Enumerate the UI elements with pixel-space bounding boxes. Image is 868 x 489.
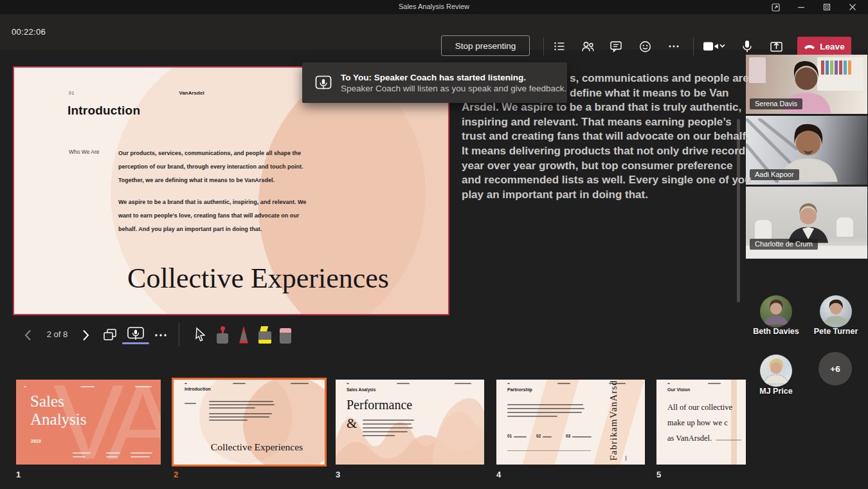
pen-tool-button[interactable] — [235, 325, 253, 344]
share-button[interactable] — [765, 36, 787, 57]
slide-paragraph: We aspire to be a brand that is authenti… — [118, 196, 319, 236]
more-presenter-tools-button[interactable] — [150, 327, 171, 344]
minimize-icon — [797, 3, 805, 11]
participant-silhouette — [760, 355, 792, 387]
background-chair — [836, 217, 853, 237]
previous-slide-button[interactable] — [19, 327, 36, 344]
thumbnail-decor-stripe — [731, 380, 737, 465]
thumbnail-divider — [507, 450, 591, 451]
share-icon — [769, 39, 784, 54]
speaker-coach-toast[interactable]: To You: Speaker Coach has started listen… — [302, 62, 567, 103]
eraser-tool-button[interactable] — [276, 325, 294, 344]
teams-meeting-window: Sales Analysis Review 00:22:06 Stop pres… — [0, 0, 868, 489]
thumbnail-number: 1 — [16, 470, 21, 479]
notes-line: inspiring and relevant. That means earni… — [462, 115, 734, 130]
slide-thumbnail-3[interactable]: Sales Analysis Performance & — [336, 380, 484, 465]
avatar-beth-davies[interactable] — [760, 295, 792, 328]
thumbnail-list-item: 01 — [507, 434, 512, 438]
thumbnail-year: 2019 — [31, 439, 41, 443]
thumbnail-number: 4 — [496, 470, 501, 479]
minimize-button[interactable] — [788, 0, 814, 14]
thumbnail-decor-stripe — [516, 380, 583, 465]
overflow-count-label: +6 — [830, 364, 840, 374]
presented-slide[interactable]: 01 VanArsdel Introduction Who We Are Our… — [13, 66, 449, 315]
close-button[interactable] — [840, 0, 865, 14]
slide-thumbnail-1[interactable]: VA Sales Analysis 2019 — [16, 380, 161, 465]
thumbnail-wave-shapes — [336, 380, 484, 465]
highlighter-icon — [258, 326, 271, 344]
slide-thumbnail-5[interactable]: Our Vision All of our collective make up… — [656, 380, 746, 465]
stop-presenting-button[interactable]: Stop presenting — [441, 35, 530, 56]
leave-button[interactable]: Leave — [797, 37, 851, 56]
notes-line: It means delivering products that not on… — [462, 144, 734, 159]
slide-thumbnail-4[interactable]: Partnership 01 02 03 Fabrikam – VanArsde… — [496, 380, 645, 465]
speaker-coach-active-indicator — [122, 342, 149, 344]
speaker-coach-button[interactable] — [123, 324, 148, 344]
thumbnail-title: Collective Experiences — [211, 441, 303, 453]
camera-icon — [703, 40, 725, 53]
toolbar-divider — [543, 37, 544, 55]
more-icon — [667, 39, 681, 53]
slide-brand-logo: VanArsdel — [179, 90, 204, 96]
slide-heading: Introduction — [68, 104, 140, 118]
thumbnail-number: 3 — [336, 470, 340, 479]
camera-button[interactable] — [700, 36, 728, 57]
eraser-icon — [279, 326, 292, 344]
more-options-button[interactable] — [663, 36, 685, 57]
avatar-pete-turner[interactable] — [820, 295, 852, 328]
show-participants-button[interactable] — [577, 36, 599, 57]
slide-section-label: Who We Are — [69, 149, 100, 155]
meeting-toolbar: 00:22:06 Stop presenting Leav — [0, 14, 868, 50]
slide-paragraph: Our products, services, communications, … — [118, 147, 319, 187]
participant-silhouette — [820, 295, 852, 328]
avatar-mj-price[interactable] — [760, 355, 792, 387]
thumbnail-title-ampersand: & — [347, 416, 357, 432]
speaker-coach-icon — [314, 74, 332, 92]
mic-button[interactable] — [736, 36, 758, 57]
video-tile-serena-davis[interactable]: Serena Davis — [746, 55, 867, 114]
next-slide-button[interactable] — [77, 327, 94, 344]
slide-thumbnail-2-selected[interactable]: Introduction Collective Experiences — [172, 378, 327, 466]
highlighter-tool-button[interactable] — [255, 325, 275, 344]
maximize-button[interactable] — [814, 0, 840, 14]
video-tile-charlotte-de-crum[interactable]: Charlotte de Crum — [746, 187, 867, 259]
controls-divider — [179, 323, 179, 346]
notes-line: trust and creating fans that will advoca… — [462, 129, 734, 144]
window-title: Sales Analysis Review — [0, 3, 868, 10]
thumbnail-number-selected: 2 — [174, 470, 178, 479]
popout-button[interactable] — [763, 0, 788, 14]
laser-tool-button[interactable] — [213, 325, 231, 344]
pointer-tool-button[interactable] — [192, 326, 210, 344]
thumbnail-text-line: make up how we c — [667, 418, 728, 428]
cursor-icon — [194, 327, 207, 342]
video-tile-aadi-kapoor[interactable]: Aadi Kapoor — [746, 116, 867, 185]
thumbnail-heading: Sales Analysis — [347, 387, 375, 392]
hangup-icon — [804, 43, 815, 50]
chat-button[interactable] — [605, 36, 627, 57]
reactions-button[interactable] — [634, 36, 656, 57]
notes-line: play an important part in doing that. — [462, 188, 734, 203]
more-icon — [153, 328, 168, 343]
close-icon — [849, 3, 856, 11]
slide-main-title: Collective Experiences — [127, 262, 389, 295]
titlebar: Sales Analysis Review — [0, 0, 868, 14]
pen-icon — [238, 326, 249, 344]
participant-silhouette — [760, 295, 792, 328]
grid-view-button[interactable] — [100, 326, 120, 345]
thumbnail-text-line: All of our collective — [667, 403, 732, 412]
thumbnail-decor-circle — [243, 378, 327, 466]
toast-title: To You: Speaker Coach has started listen… — [341, 73, 566, 82]
thumbnail-text-line: as VanArsdel. — [667, 434, 712, 443]
thumbnail-heading: Introduction — [185, 387, 211, 391]
overflow-participants-button[interactable]: +6 — [818, 352, 852, 385]
notes-line: define what it means to be Van — [570, 86, 734, 101]
notes-line: s, communications and people are — [570, 71, 734, 86]
thumbnail-list-item: 02 — [536, 434, 541, 438]
show-agenda-button[interactable] — [548, 36, 570, 57]
thumbnail-number: 5 — [656, 470, 661, 479]
laser-pointer-icon — [216, 326, 229, 344]
speaker-coach-icon — [127, 326, 145, 342]
mic-icon — [740, 39, 754, 54]
chat-icon — [609, 39, 623, 53]
popout-icon — [772, 3, 780, 12]
